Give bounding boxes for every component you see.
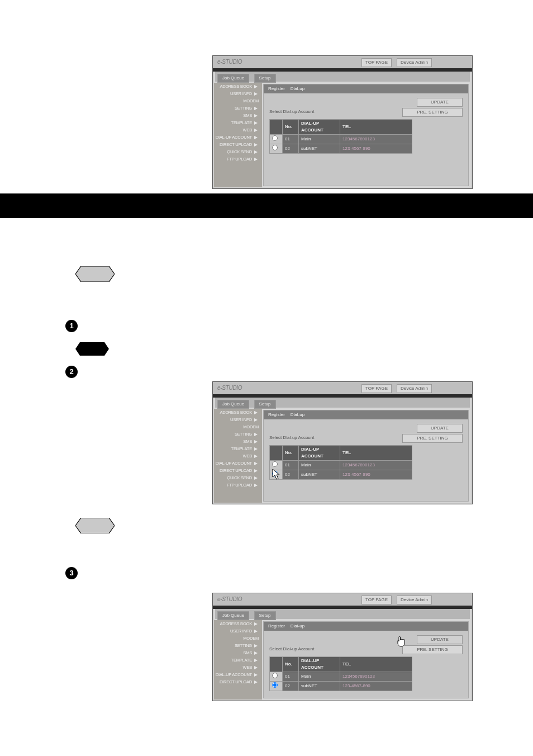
- table-row[interactable]: 02subNET123-4567-890: [270, 682, 412, 691]
- top-page-button[interactable]: TOP PAGE: [361, 596, 392, 604]
- sidebar-item-direct-upload[interactable]: DIRECT UPLOAD: [214, 141, 262, 148]
- top-page-button[interactable]: TOP PAGE: [361, 58, 392, 67]
- sidebar-item-ftp-upload[interactable]: FTP UPLOAD: [214, 155, 262, 163]
- sidebar-item-quick-send[interactable]: QUICK SEND: [214, 148, 262, 155]
- device-admin-button[interactable]: Device Admin: [397, 384, 432, 393]
- row-radio[interactable]: [272, 145, 278, 150]
- sidebar: ADDRESS BOOK USER INFO MODEM SETTING SMS…: [214, 83, 262, 187]
- brand-label: e-STUDIO: [213, 59, 242, 65]
- screenshot-1: e-STUDIO TOP PAGE Device Admin Job Queue…: [212, 55, 473, 189]
- device-admin-button[interactable]: Device Admin: [397, 596, 432, 604]
- update-button[interactable]: UPDATE: [417, 424, 463, 433]
- table-row[interactable]: 02subNET123-4567-890: [270, 470, 412, 480]
- step-number-2: 2: [65, 366, 78, 378]
- top-page-button[interactable]: TOP PAGE: [361, 384, 392, 393]
- tab-setup[interactable]: Setup: [254, 74, 276, 83]
- sidebar-item-sms[interactable]: SMS: [214, 112, 262, 119]
- device-admin-button[interactable]: Device Admin: [397, 58, 432, 67]
- pre-setting-button[interactable]: PRE. SETTING: [402, 645, 463, 654]
- sidebar-item-user-info[interactable]: USER INFO: [214, 90, 262, 97]
- section-header-black: [0, 193, 533, 218]
- table-row[interactable]: 01Main1234567890123: [270, 672, 412, 682]
- step-number-1: 1: [65, 320, 78, 332]
- select-label: Select Dial-up Account: [269, 109, 315, 115]
- table-header-row: No. DIAL-UP ACCOUNT TEL: [270, 120, 412, 135]
- note-hexagon-solid-icon: [75, 342, 109, 356]
- window-titlebar: e-STUDIO: [213, 56, 472, 68]
- account-table: No. DIAL-UP ACCOUNT TEL 01 Main 12345678…: [269, 119, 412, 154]
- panel-heading: Register Dial-up: [264, 84, 468, 93]
- table-row[interactable]: 01 Main 1234567890123: [270, 135, 412, 144]
- step-number-3: 3: [65, 567, 78, 579]
- subtab-row: Job Queue Setup: [215, 72, 470, 82]
- sidebar-item-address-book[interactable]: ADDRESS BOOK: [214, 83, 262, 90]
- sidebar-item-dialup-account[interactable]: DIAL-UP ACCOUNT: [214, 134, 262, 141]
- sidebar-item-modem[interactable]: MODEM: [214, 97, 262, 105]
- screenshot-2: e-STUDIO TOP PAGE Device Admin Job Queue…: [212, 381, 473, 504]
- note-hexagon-icon: [75, 518, 115, 533]
- svg-marker-2: [75, 518, 115, 533]
- screenshot-3: e-STUDIO TOP PAGE Device Admin Job Queue…: [212, 593, 473, 701]
- pre-setting-button[interactable]: PRE. SETTING: [402, 108, 463, 117]
- update-button[interactable]: UPDATE: [417, 635, 463, 644]
- main-panel: Register Dial-up UPDATE PRE. SETTING Sel…: [263, 84, 469, 186]
- note-hexagon-icon: [75, 266, 115, 282]
- sidebar-item-web[interactable]: WEB: [214, 126, 262, 134]
- svg-marker-0: [75, 266, 115, 282]
- sidebar-item-setting[interactable]: SETTING: [214, 105, 262, 112]
- table-row[interactable]: 01Main1234567890123: [270, 461, 412, 470]
- table-row[interactable]: 02 subNET 123-4567-890: [270, 144, 412, 154]
- sidebar-item-template[interactable]: TEMPLATE: [214, 119, 262, 126]
- tab-job-queue[interactable]: Job Queue: [217, 74, 249, 83]
- chevron-right-icon: [254, 85, 259, 88]
- update-button[interactable]: UPDATE: [417, 98, 463, 107]
- svg-marker-1: [75, 342, 109, 356]
- row-radio[interactable]: [272, 135, 278, 141]
- pre-setting-button[interactable]: PRE. SETTING: [402, 434, 463, 443]
